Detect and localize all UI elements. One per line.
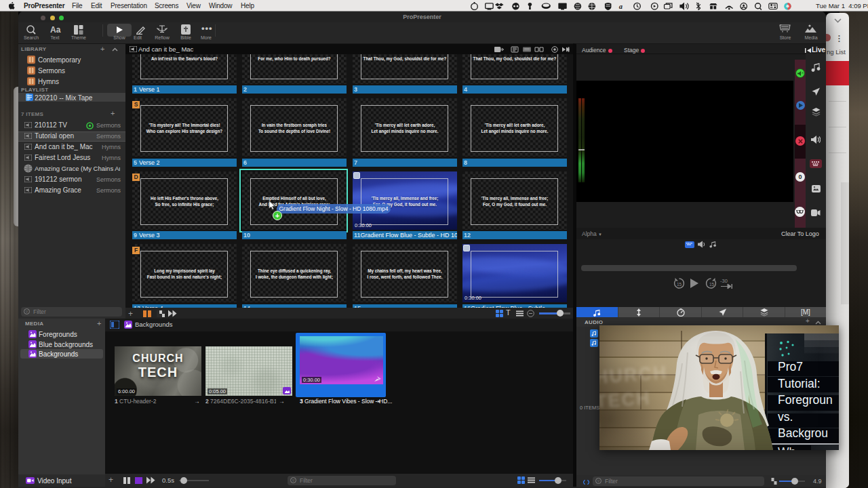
svg-text:-30: -30: [720, 278, 728, 284]
svg-text:a: a: [619, 3, 623, 10]
svg-text:15: 15: [677, 282, 682, 287]
svg-text:15: 15: [709, 282, 715, 287]
